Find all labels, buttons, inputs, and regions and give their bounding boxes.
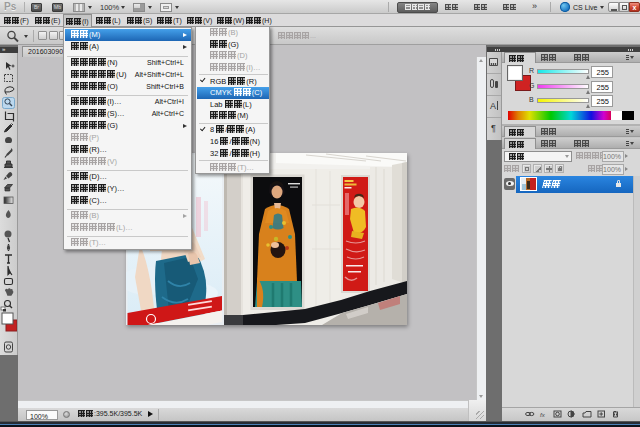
svg-text:fx: fx bbox=[540, 412, 546, 418]
